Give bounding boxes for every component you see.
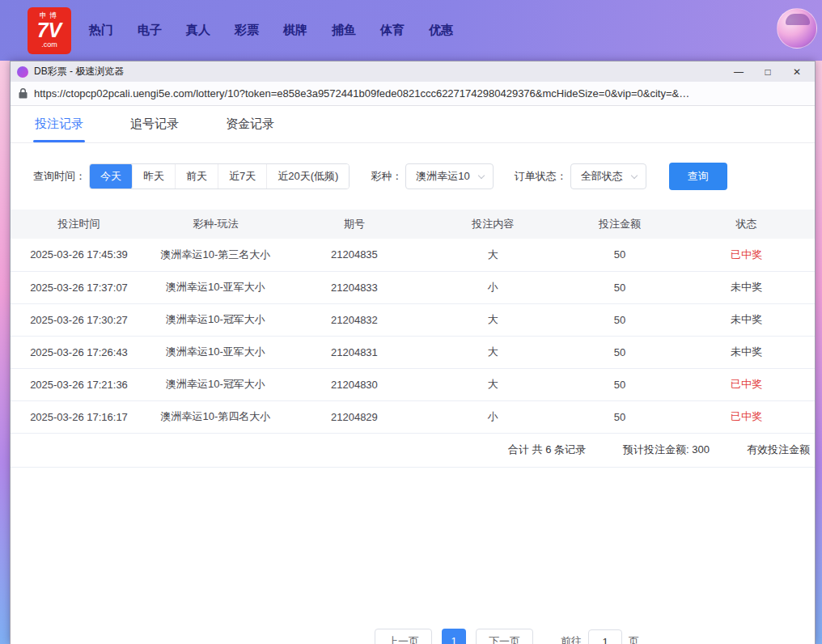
col-header-issue: 期号 bbox=[284, 210, 425, 239]
bet-content-cell: 小 bbox=[425, 271, 561, 303]
bet-content-cell: 大 bbox=[425, 336, 561, 368]
nav-item-hot[interactable]: 热门 bbox=[89, 23, 113, 38]
col-header-status: 状态 bbox=[678, 210, 815, 239]
goto-page-label: 前往 bbox=[561, 634, 582, 644]
tab-bet-records[interactable]: 投注记录 bbox=[33, 106, 85, 142]
bet-time-cell: 2025-03-26 17:26:43 bbox=[11, 336, 147, 368]
db-lottery-favicon-icon bbox=[17, 66, 28, 78]
status-cell: 未中奖 bbox=[678, 303, 815, 336]
page-unit-label: 页 bbox=[629, 634, 639, 644]
lottery-filter-label: 彩种： bbox=[371, 169, 402, 184]
window-titlebar: DB彩票 - 极速浏览器 — □ ✕ bbox=[11, 61, 815, 82]
table-row: 2025-03-26 17:26:43 澳洲幸运10-亚军大小 21204831… bbox=[11, 336, 815, 368]
issue-cell: 21204830 bbox=[284, 368, 425, 400]
issue-cell: 21204829 bbox=[284, 400, 425, 433]
bet-time-cell: 2025-03-26 17:45:39 bbox=[11, 239, 147, 271]
status-cell: 未中奖 bbox=[678, 336, 815, 368]
address-bar[interactable]: https://ctopcp02pcali.uengi5e.com/lotter… bbox=[11, 82, 815, 106]
nav-item-lottery[interactable]: 彩票 bbox=[235, 23, 259, 38]
issue-cell: 21204832 bbox=[284, 303, 425, 336]
site-nav: 热门 电子 真人 彩票 棋牌 捕鱼 体育 优惠 bbox=[89, 23, 453, 38]
summary-expected-amount: 预计投注金额: 300 bbox=[623, 443, 710, 457]
table-row: 2025-03-26 17:21:36 澳洲幸运10-冠军大小 21204830… bbox=[11, 368, 815, 400]
bet-time-cell: 2025-03-26 17:30:27 bbox=[11, 303, 147, 336]
search-button[interactable]: 查询 bbox=[669, 163, 727, 190]
bet-amount-cell: 50 bbox=[561, 303, 678, 336]
summary-valid-amount: 有效投注金额 bbox=[747, 443, 810, 457]
bet-amount-cell: 50 bbox=[561, 368, 678, 400]
nav-item-electronic[interactable]: 电子 bbox=[138, 23, 162, 38]
time-filter-day-before[interactable]: 前天 bbox=[176, 164, 218, 189]
col-header-play-type: 彩种-玩法 bbox=[147, 210, 284, 239]
bet-amount-cell: 50 bbox=[561, 336, 678, 368]
bet-time-cell: 2025-03-26 17:16:17 bbox=[11, 400, 147, 433]
time-filter-last20days[interactable]: 近20天(低频) bbox=[267, 164, 349, 189]
play-type-cell: 澳洲幸运10-亚军大小 bbox=[147, 271, 284, 303]
lock-icon bbox=[19, 88, 28, 99]
time-filter-group: 今天 昨天 前天 近7天 近20天(低频) bbox=[89, 163, 350, 189]
bet-time-cell: 2025-03-26 17:21:36 bbox=[11, 368, 147, 400]
pagination: 上一页 1 下一页 前往 页 bbox=[375, 629, 639, 644]
filter-bar: 查询时间： 今天 昨天 前天 近7天 近20天(低频) 彩种： 澳洲幸运10 订… bbox=[33, 163, 815, 190]
chevron-down-icon bbox=[631, 172, 638, 179]
order-status-label: 订单状态： bbox=[515, 169, 567, 184]
maximize-button[interactable]: □ bbox=[753, 61, 782, 82]
logo-text-domain: .com bbox=[41, 40, 57, 49]
order-status-value: 全部状态 bbox=[581, 169, 623, 184]
bet-content-cell: 大 bbox=[425, 239, 561, 271]
user-avatar[interactable] bbox=[777, 8, 817, 49]
nav-item-board-games[interactable]: 棋牌 bbox=[283, 23, 307, 38]
table-row: 2025-03-26 17:37:07 澳洲幸运10-亚军大小 21204833… bbox=[11, 271, 815, 303]
window-title: DB彩票 - 极速浏览器 bbox=[34, 65, 124, 78]
issue-cell: 21204835 bbox=[284, 239, 425, 271]
nav-item-live[interactable]: 真人 bbox=[186, 23, 210, 38]
window-controls: — □ ✕ bbox=[724, 61, 811, 82]
table-row: 2025-03-26 17:16:17 澳洲幸运10-第四名大小 2120482… bbox=[11, 400, 815, 433]
bet-content-cell: 大 bbox=[425, 368, 561, 400]
col-header-bet-time: 投注时间 bbox=[11, 210, 147, 239]
next-page-button[interactable]: 下一页 bbox=[476, 629, 533, 644]
lottery-select[interactable]: 澳洲幸运10 bbox=[405, 163, 493, 189]
time-filter-yesterday[interactable]: 昨天 bbox=[133, 164, 176, 189]
tab-chase-records[interactable]: 追号记录 bbox=[129, 106, 180, 142]
bet-time-cell: 2025-03-26 17:37:07 bbox=[11, 271, 147, 303]
table-row: 2025-03-26 17:45:39 澳洲幸运10-第三名大小 2120483… bbox=[11, 239, 815, 271]
current-page-button[interactable]: 1 bbox=[442, 629, 466, 644]
page-content: 投注记录 追号记录 资金记录 查询时间： 今天 昨天 前天 近7天 近20天(低… bbox=[11, 106, 815, 644]
address-url[interactable]: https://ctopcp02pcali.uengi5e.com/lotter… bbox=[34, 87, 807, 100]
nav-item-fishing[interactable]: 捕鱼 bbox=[332, 23, 356, 38]
time-filter-today[interactable]: 今天 bbox=[90, 163, 133, 189]
site-logo[interactable]: 申博 7V .com bbox=[28, 7, 71, 54]
status-cell: 已中奖 bbox=[678, 368, 815, 400]
site-topbar: 申博 7V .com 热门 电子 真人 彩票 棋牌 捕鱼 体育 优惠 bbox=[0, 0, 822, 61]
play-type-cell: 澳洲幸运10-冠军大小 bbox=[147, 303, 284, 336]
col-header-bet-content: 投注内容 bbox=[425, 210, 561, 239]
issue-cell: 21204833 bbox=[284, 271, 425, 303]
minimize-button[interactable]: — bbox=[724, 61, 753, 82]
logo-text-main: 7V bbox=[37, 20, 62, 40]
record-tabs: 投注记录 追号记录 资金记录 bbox=[11, 106, 815, 143]
play-type-cell: 澳洲幸运10-亚军大小 bbox=[147, 336, 284, 368]
status-cell: 未中奖 bbox=[678, 271, 815, 303]
summary-total: 合计 共 6 条记录 bbox=[508, 443, 586, 457]
col-header-bet-amount: 投注金额 bbox=[561, 210, 678, 239]
time-filter-label: 查询时间： bbox=[33, 169, 86, 184]
bet-amount-cell: 50 bbox=[561, 400, 678, 433]
chevron-down-icon bbox=[478, 172, 485, 179]
nav-item-sports[interactable]: 体育 bbox=[380, 23, 405, 38]
goto-page-input[interactable] bbox=[588, 629, 622, 644]
close-button[interactable]: ✕ bbox=[782, 61, 811, 82]
summary-row: 合计 共 6 条记录 预计投注金额: 300 有效投注金额 bbox=[11, 434, 815, 468]
issue-cell: 21204831 bbox=[284, 336, 425, 368]
tab-fund-records[interactable]: 资金记录 bbox=[224, 106, 276, 142]
status-cell: 已中奖 bbox=[678, 400, 815, 433]
status-cell: 已中奖 bbox=[678, 239, 815, 271]
bet-records-table: 投注时间 彩种-玩法 期号 投注内容 投注金额 状态 2025-03-26 17… bbox=[11, 210, 815, 434]
table-header-row: 投注时间 彩种-玩法 期号 投注内容 投注金额 状态 bbox=[11, 210, 815, 239]
nav-item-promotions[interactable]: 优惠 bbox=[429, 23, 453, 38]
time-filter-last7days[interactable]: 近7天 bbox=[218, 164, 267, 189]
bet-amount-cell: 50 bbox=[561, 271, 678, 303]
bet-content-cell: 小 bbox=[425, 400, 561, 433]
prev-page-button[interactable]: 上一页 bbox=[375, 629, 432, 644]
order-status-select[interactable]: 全部状态 bbox=[570, 163, 646, 189]
